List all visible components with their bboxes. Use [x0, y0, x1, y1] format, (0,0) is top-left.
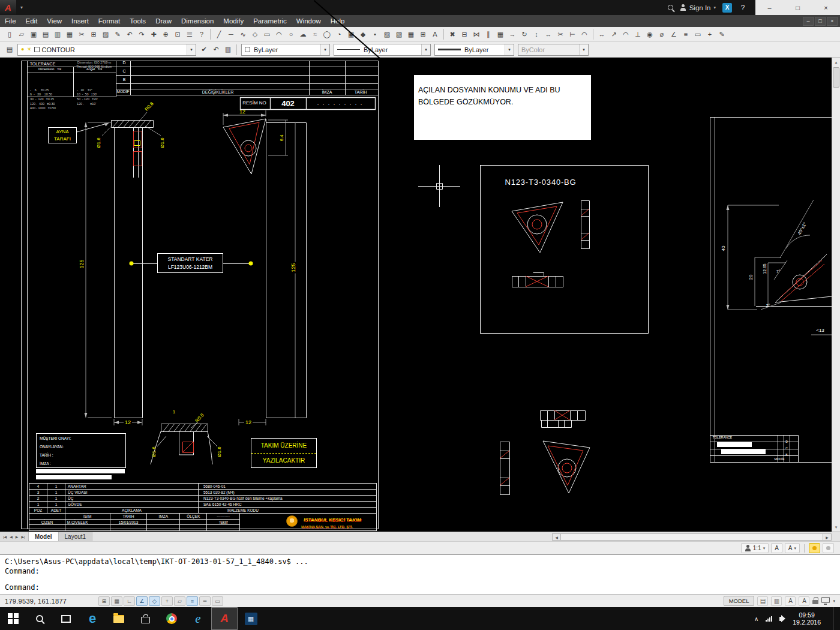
plot-preview-icon[interactable]: ▥	[52, 29, 64, 40]
polygon-icon[interactable]: ◇	[250, 29, 261, 40]
cursor-coordinates[interactable]: 179.9539, 161.1877	[5, 598, 95, 605]
menu-item[interactable]: File	[0, 15, 21, 27]
autocad-taskbar-button[interactable]: A	[211, 607, 238, 630]
qnew-icon[interactable]: ▯	[4, 29, 16, 40]
horizontal-scrollbar[interactable]: ◀ ▶	[552, 533, 832, 541]
lightbulb-toggle-off[interactable]	[823, 543, 834, 553]
next-tab-icon[interactable]: ▶	[14, 535, 20, 539]
scroll-right-arrow-icon[interactable]: ▶	[823, 534, 831, 540]
lineweight-dropdown[interactable]: ByLayer ▾	[434, 44, 514, 56]
dim-radius-icon[interactable]: ◉	[644, 29, 656, 40]
model-space-button[interactable]: MODEL	[724, 596, 755, 606]
array-icon[interactable]: ▦	[495, 29, 506, 40]
menu-item[interactable]: Draw	[151, 15, 176, 27]
annotation-visibility-icon[interactable]: A	[799, 596, 809, 606]
offset-icon[interactable]: ∥	[483, 29, 494, 40]
ellipse-arc-icon[interactable]: ◔	[334, 29, 345, 40]
menu-item[interactable]: Dimension	[176, 15, 218, 27]
search-icon[interactable]	[668, 5, 673, 10]
rectangle-icon[interactable]: ▭	[262, 29, 273, 40]
polar-toggle[interactable]: ∠	[136, 596, 148, 606]
maximize-button[interactable]: □	[784, 0, 812, 15]
linetype-dropdown[interactable]: ByLayer ▾	[334, 44, 431, 56]
zoom-window-icon[interactable]: ⊡	[172, 29, 184, 40]
command-line-window[interactable]: C:\Users\Asus-PC\appdata\local\temp\IKT-…	[0, 554, 840, 594]
quick-view-drawings-icon[interactable]: ▥	[771, 596, 782, 606]
mdi-close-button[interactable]: ×	[827, 17, 838, 26]
polyline-icon[interactable]: ∿	[238, 29, 249, 40]
menu-item[interactable]: Parametric	[248, 15, 292, 27]
quick-access-caret-icon[interactable]: ▾	[16, 5, 27, 10]
annotation-scale-button[interactable]: 1:1 ▾	[741, 543, 769, 553]
first-tab-icon[interactable]: |◀	[2, 535, 8, 539]
dim-style-icon[interactable]: ✎	[716, 29, 728, 40]
open-icon[interactable]: ▱	[16, 29, 28, 40]
show-desktop-button[interactable]	[833, 607, 836, 630]
internet-explorer-button[interactable]: e	[185, 607, 211, 630]
help-icon[interactable]: ?	[196, 29, 208, 40]
edge-button[interactable]: e	[79, 607, 106, 630]
speaker-icon[interactable]	[779, 617, 782, 621]
tab-layout1[interactable]: Layout1	[59, 532, 93, 541]
grid-toggle[interactable]: ▦	[111, 596, 122, 606]
vertical-scrollbar-thumb[interactable]	[833, 67, 839, 88]
lwt-toggle[interactable]: ━	[199, 596, 211, 606]
undo-icon[interactable]: ↶	[124, 29, 136, 40]
line-icon[interactable]: ╱	[214, 29, 225, 40]
dim-ordinate-icon[interactable]: ⊥	[632, 29, 644, 40]
help-icon[interactable]: ?	[739, 4, 747, 12]
zoom-realtime-icon[interactable]: ⊕	[160, 29, 172, 40]
extend-icon[interactable]: ⊢	[567, 29, 578, 40]
menu-item[interactable]: Tools	[125, 15, 151, 27]
layer-dropdown[interactable]: ● ☀ CONTOUR ▾	[17, 44, 196, 56]
mdi-restore-button[interactable]: □	[815, 17, 826, 26]
scroll-down-arrow-icon[interactable]: ▾	[832, 523, 840, 532]
dyn-toggle[interactable]: ≡	[187, 596, 198, 606]
trim-icon[interactable]: ✂	[555, 29, 566, 40]
stretch-icon[interactable]: ↔	[543, 29, 554, 40]
layer-previous-button[interactable]: ↶	[211, 44, 222, 55]
snap-toggle[interactable]: ⊞	[98, 596, 110, 606]
move-icon[interactable]: →	[507, 29, 518, 40]
osnap-toggle[interactable]: ◇	[149, 596, 160, 606]
erase-icon[interactable]: ✖	[447, 29, 458, 40]
qp-toggle[interactable]: ▭	[212, 596, 223, 606]
copy-icon[interactable]: ⊞	[88, 29, 100, 40]
file-explorer-button[interactable]	[106, 607, 132, 630]
layer-properties-manager-button[interactable]: ▤	[4, 44, 16, 55]
annotation-scale-icon[interactable]: A	[785, 596, 796, 606]
scroll-left-arrow-icon[interactable]: ◀	[553, 534, 560, 540]
dim-angular-icon[interactable]: ∠	[668, 29, 680, 40]
dim-diameter-icon[interactable]: ⌀	[656, 29, 668, 40]
make-object-layer-current-button[interactable]: ✔	[199, 44, 210, 55]
redo-icon[interactable]: ↷	[136, 29, 148, 40]
layer-dropdown-arrow-icon[interactable]: ▾	[187, 44, 196, 55]
vertical-scrollbar[interactable]: ▴ ▾	[832, 58, 840, 532]
ducs-toggle[interactable]: ▱	[174, 596, 185, 606]
close-button[interactable]: ×	[812, 0, 840, 15]
fillet-icon[interactable]: ◠	[579, 29, 590, 40]
revcloud-icon[interactable]: ☁	[298, 29, 309, 40]
cad-viewer-button[interactable]: ▦	[238, 607, 264, 630]
spline-icon[interactable]: ≈	[310, 29, 321, 40]
sign-in-button[interactable]: Sign In ▾	[680, 4, 716, 11]
exchange-apps-icon[interactable]: X	[722, 3, 732, 13]
table-icon[interactable]: ⊞	[418, 29, 429, 40]
pan-icon[interactable]: ✚	[148, 29, 160, 40]
drawing-canvas[interactable]: TOLERANCE Dimension: ISO 2768-m Thread: …	[0, 58, 840, 532]
linetype-dropdown-arrow-icon[interactable]: ▾	[421, 44, 430, 55]
match-properties-icon[interactable]: ✎	[112, 29, 124, 40]
chrome-button[interactable]	[158, 607, 185, 630]
store-button[interactable]	[132, 607, 158, 630]
otrack-toggle[interactable]: +	[161, 596, 173, 606]
color-dropdown-arrow-icon[interactable]: ▾	[320, 44, 329, 55]
copy-object-icon[interactable]: ⊟	[459, 29, 470, 40]
menu-item[interactable]: Help	[326, 15, 350, 27]
insert-block-icon[interactable]: ▣	[346, 29, 357, 40]
plot-icon[interactable]: ▤	[40, 29, 52, 40]
scale-icon[interactable]: ↕	[531, 29, 542, 40]
cut-icon[interactable]: ✂	[76, 29, 88, 40]
dim-quick-icon[interactable]: ≡	[680, 29, 692, 40]
last-tab-icon[interactable]: ▶|	[20, 535, 26, 539]
properties-icon[interactable]: ☰	[184, 29, 196, 40]
